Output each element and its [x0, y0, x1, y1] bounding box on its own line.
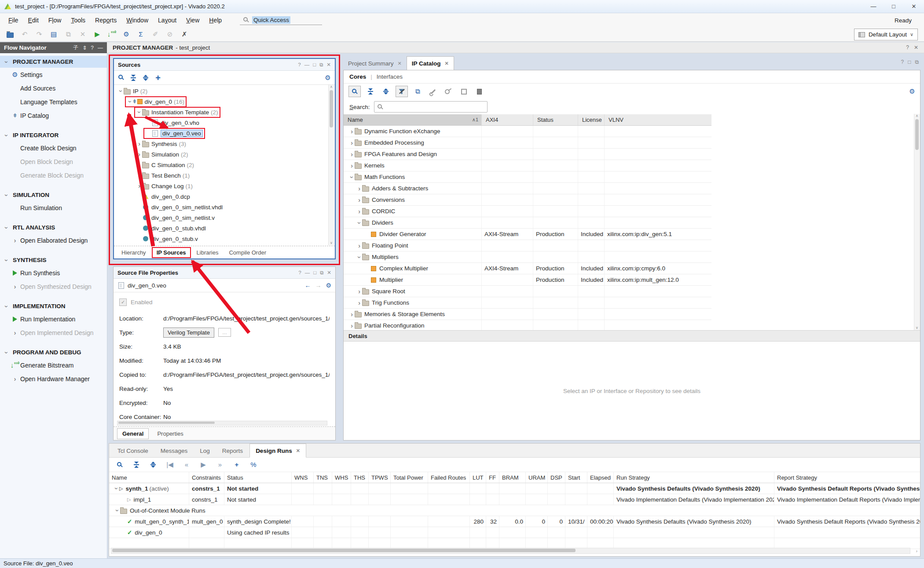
chevron-right-icon[interactable]: › [12, 376, 18, 382]
maximize-button[interactable]: □ [884, 0, 904, 13]
sources-tab-libraries[interactable]: Libraries [193, 248, 223, 257]
runs-column-header-dsp[interactable]: DSP [548, 472, 565, 483]
runs-column-header-failed-routes[interactable]: Failed Routes [428, 472, 470, 483]
ip-catalog-row-multiplier[interactable]: MultiplierProductionIncludedxilinx.com:i… [344, 274, 711, 286]
properties-h-scrollbar[interactable] [117, 421, 327, 426]
chevron-down-icon[interactable]: › [4, 225, 10, 230]
help-icon[interactable]: ? [91, 45, 94, 51]
highlight-icon[interactable]: ✐ [150, 29, 161, 40]
sidebar-item-generate-bitstream[interactable]: ↓Generate Bitstream [0, 358, 107, 372]
details-header[interactable]: Details [344, 330, 920, 342]
menu-window[interactable]: Window [121, 17, 153, 24]
runs-column-header-report-strategy[interactable]: Report Strategy [774, 472, 920, 483]
sidebar-section-ip-integrator[interactable]: ›IP INTEGRATOR [0, 129, 107, 141]
sidebar-item-open-hardware-manager[interactable]: ›Open Hardware Manager [0, 372, 107, 386]
progress-percent-icon[interactable]: % [248, 459, 259, 470]
close-panel-icon[interactable]: ✕ [327, 269, 331, 276]
minimize-button[interactable]: — [863, 0, 884, 13]
bottom-tab-reports[interactable]: Reports [216, 444, 249, 457]
chevron-down-icon[interactable]: › [127, 99, 133, 105]
ip-search-input[interactable] [374, 101, 488, 113]
close-tab-icon[interactable]: ✕ [296, 448, 300, 454]
settings-gear-icon[interactable]: ⚙ [121, 29, 132, 40]
chevron-down-icon[interactable]: › [356, 254, 363, 260]
runs-column-header-ff[interactable]: FF [486, 472, 499, 483]
chevron-right-icon[interactable]: › [349, 311, 355, 317]
open-project-icon[interactable] [4, 29, 16, 40]
chevron-right-icon[interactable]: › [12, 284, 18, 290]
sources-tab-compile-order[interactable]: Compile Order [225, 248, 270, 257]
chevron-right-icon[interactable]: › [349, 323, 355, 329]
add-sources-icon[interactable]: + [154, 74, 161, 81]
help-icon[interactable]: ? [901, 59, 904, 65]
create-run-icon[interactable]: + [231, 459, 242, 470]
runs-column-header-tpws[interactable]: TPWS [369, 472, 391, 483]
properties-tab-general[interactable]: General [117, 428, 149, 439]
ip-catalog-row-memories-storage-elements[interactable]: ›Memories & Storage Elements [344, 309, 711, 320]
minimize-panel-icon[interactable]: — [304, 62, 310, 67]
ip-catalog-row-dynamic-function-exchange[interactable]: ›Dynamic Function eXchange [344, 126, 711, 137]
mark-icon[interactable]: ⊘ [164, 29, 176, 40]
sources-tab-ip-sources[interactable]: IP Sources [153, 248, 190, 257]
chevron-right-icon[interactable]: › [136, 172, 142, 178]
sidebar-section-project-manager[interactable]: ›PROJECT MANAGER [0, 56, 107, 68]
chevron-right-icon[interactable]: › [136, 141, 142, 147]
chevron-down-icon[interactable]: › [356, 220, 363, 226]
runs-column-header-elapsed[interactable]: Elapsed [587, 472, 614, 483]
runs-column-header-tns[interactable]: TNS [314, 472, 332, 483]
bottom-tab-log[interactable]: Log [194, 444, 216, 457]
expand-all-icon[interactable] [147, 459, 159, 470]
ip-view-interfaces[interactable]: Interfaces [377, 73, 403, 80]
license-key-icon[interactable] [443, 86, 454, 97]
close-tab-icon[interactable]: ✕ [398, 61, 402, 66]
sidebar-item-open-synthesized-design[interactable]: ›Open Synthesized Design [0, 280, 107, 293]
sidebar-item-add-sources[interactable]: Add Sources [0, 81, 107, 95]
scroll-right-icon[interactable]: › [916, 549, 917, 553]
first-run-icon[interactable]: |◀ [164, 459, 176, 470]
chevron-down-icon[interactable]: › [118, 88, 124, 94]
help-icon[interactable]: ? [298, 62, 301, 67]
start-run-icon[interactable]: ▶ [198, 459, 209, 470]
runs-column-header-run-strategy[interactable]: Run Strategy [614, 472, 774, 483]
collapse-all-icon[interactable] [365, 86, 376, 97]
sidebar-section-simulation[interactable]: ›SIMULATION [0, 189, 107, 201]
runs-column-header-total-power[interactable]: Total Power [391, 472, 428, 483]
sidebar-item-open-block-design[interactable]: Open Block Design [0, 155, 107, 168]
sidebar-item-open-implemented-design[interactable]: ›Open Implemented Design [0, 326, 107, 339]
ip-catalog-row-divider-generator[interactable]: Divider GeneratorAXI4-StreamProductionIn… [344, 229, 711, 240]
repository-icon[interactable] [473, 86, 485, 97]
type-dropdown-button[interactable]: Verilog Template [163, 328, 214, 338]
source-tree-item-instantiation-template[interactable]: ›Instantiation Template(2) [114, 107, 328, 117]
collapse-all-icon[interactable] [130, 74, 137, 81]
column-header-license[interactable]: License [578, 114, 604, 125]
runs-column-header-uram[interactable]: URAM [526, 472, 548, 483]
menu-layout[interactable]: Layout [153, 17, 181, 24]
minimize-panel-icon[interactable]: — [98, 45, 103, 51]
bottom-tab-tcl-console[interactable]: Tcl Console [112, 444, 154, 457]
ip-catalog-row-multipliers[interactable]: ›Multipliers [344, 251, 711, 263]
chevron-right-icon[interactable]: › [349, 140, 355, 146]
generate-bitstream-icon[interactable]: ↓ [106, 29, 117, 40]
sources-scrollbar[interactable]: ∧ ∨ [328, 85, 334, 245]
settings-gear-icon[interactable]: ⚙ [326, 282, 331, 289]
close-tab-icon[interactable]: ✕ [445, 61, 449, 66]
maximize-panel-icon[interactable]: □ [908, 59, 911, 65]
chevron-right-icon[interactable]: › [12, 237, 18, 244]
menu-help[interactable]: Help [204, 17, 227, 24]
float-panel-icon[interactable]: ⧉ [319, 62, 323, 68]
customize-wrench-icon[interactable] [427, 86, 439, 97]
chip-icon[interactable] [458, 86, 469, 97]
menu-edit[interactable]: Edit [23, 17, 44, 24]
sidebar-section-implementation[interactable]: ›IMPLEMENTATION [0, 300, 107, 312]
sidebar-item-open-elaborated-design[interactable]: ›Open Elaborated Design [0, 233, 107, 247]
quick-access-search[interactable]: Quick Access [240, 15, 322, 25]
scroll-up-icon[interactable]: ∧ [329, 85, 334, 89]
filter-icon[interactable] [396, 86, 408, 97]
close-button[interactable]: ✕ [904, 0, 924, 13]
collapse-all-icon[interactable] [131, 459, 142, 470]
source-tree-item-div-gen-0-stub-v[interactable]: div_gen_0_stub.v [114, 233, 328, 244]
float-panel-icon[interactable]: ⧉ [320, 270, 323, 276]
tab-project-summary[interactable]: Project Summary✕ [343, 57, 407, 70]
copy-icon[interactable]: ⧉ [62, 29, 74, 40]
close-panel-icon[interactable]: ✕ [326, 62, 331, 68]
